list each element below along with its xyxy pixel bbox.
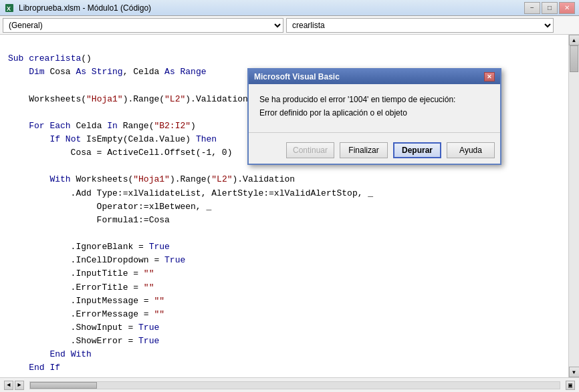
h-scroll-thumb[interactable] <box>30 382 97 389</box>
ayuda-button[interactable]: Ayuda <box>447 142 495 158</box>
dialog-title: Microsoft Visual Basic <box>254 72 340 81</box>
finalizar-button[interactable]: Finalizar <box>340 142 388 158</box>
toolbar: (General) crearlista <box>0 16 579 35</box>
continuar-button[interactable]: Continuar <box>286 142 334 158</box>
title-bar: X Libroprueba.xlsm - Módulo1 (Código) − … <box>0 0 579 16</box>
window-title: Libroprueba.xlsm - Módulo1 (Código) <box>19 3 151 13</box>
scroll-up-button[interactable]: ▲ <box>569 35 580 45</box>
dialog-buttons: Continuar Finalizar Depurar Ayuda <box>249 140 500 164</box>
scroll-arrows: ◄ ► <box>4 381 24 390</box>
app-icon: X <box>4 3 15 13</box>
close-button[interactable]: ✕ <box>559 2 575 14</box>
dialog-body: Se ha producido el error '1004' en tiemp… <box>249 84 500 126</box>
dialog-error-desc: Error definido por la aplicación o el ob… <box>259 108 489 118</box>
editor-container: Sub crearlista() Dim Cosa As String, Cel… <box>0 35 579 377</box>
scroll-track <box>569 45 579 367</box>
horizontal-scrollbar[interactable] <box>29 381 560 389</box>
scroll-left-button[interactable]: ◄ <box>4 381 13 390</box>
depurar-button[interactable]: Depurar <box>393 142 441 158</box>
status-bar: ◄ ► ▣ <box>0 377 579 392</box>
title-bar-left: X Libroprueba.xlsm - Módulo1 (Código) <box>4 3 151 13</box>
error-dialog: Microsoft Visual Basic ✕ Se ha producido… <box>247 68 501 165</box>
status-resize[interactable]: ▣ <box>566 381 575 390</box>
minimize-button[interactable]: − <box>524 2 540 14</box>
vertical-scrollbar[interactable]: ▲ ▼ <box>568 35 579 377</box>
dialog-title-bar: Microsoft Visual Basic ✕ <box>249 69 500 84</box>
general-dropdown[interactable]: (General) <box>3 18 283 33</box>
scroll-down-button[interactable]: ▼ <box>569 367 580 377</box>
scroll-thumb[interactable] <box>570 45 578 72</box>
dialog-error-title: Se ha producido el error '1004' en tiemp… <box>259 95 489 104</box>
maximize-button[interactable]: □ <box>542 2 558 14</box>
dialog-close-button[interactable]: ✕ <box>484 72 495 81</box>
scroll-right-button[interactable]: ► <box>15 381 24 390</box>
dialog-separator <box>249 132 500 133</box>
title-controls: − □ ✕ <box>524 2 575 14</box>
svg-text:X: X <box>7 5 11 12</box>
function-dropdown[interactable]: crearlista <box>286 18 554 33</box>
